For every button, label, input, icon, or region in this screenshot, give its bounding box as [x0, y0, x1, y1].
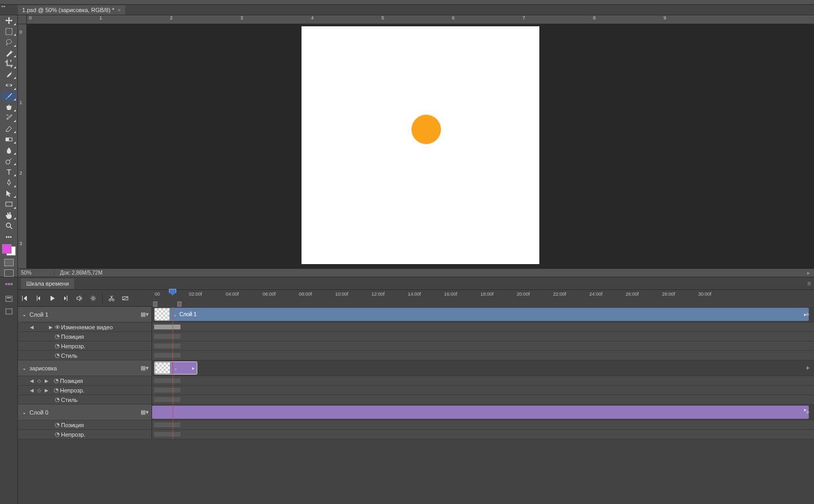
add-media-button[interactable]: +	[806, 408, 810, 416]
timeline-tick: 00	[155, 291, 160, 297]
doc-info[interactable]: Док: 2,86M/5,72M	[55, 270, 803, 276]
brush-tool[interactable]	[2, 92, 16, 102]
quick-mask-mode[interactable]	[4, 259, 14, 266]
move-tool[interactable]	[2, 16, 16, 26]
hand-tool[interactable]	[2, 210, 16, 220]
keyframe-segment[interactable]	[154, 325, 180, 329]
next-keyframe-icon[interactable]: ▶	[47, 324, 54, 330]
track-options-icon[interactable]: ▦▾	[141, 311, 148, 318]
work-area-start[interactable]	[153, 301, 157, 307]
foreground-color[interactable]	[2, 244, 12, 254]
video-clip[interactable]: ⌄▸	[154, 361, 197, 375]
zoom-tool[interactable]	[2, 221, 16, 231]
crop-tool[interactable]	[2, 59, 16, 69]
keyframe-segment[interactable]	[154, 334, 180, 339]
close-icon[interactable]: ×	[117, 7, 120, 13]
lasso-tool[interactable]	[2, 37, 16, 47]
keyframe-segment[interactable]	[154, 422, 180, 427]
keyframe-segment[interactable]	[154, 388, 180, 392]
stopwatch-icon[interactable]: ◔	[54, 342, 61, 350]
pen-tool[interactable]	[2, 178, 16, 188]
track-options-icon[interactable]: ▦▾	[141, 365, 148, 372]
chevron-down-icon[interactable]: ⌄	[22, 311, 26, 317]
path-selection-tool[interactable]	[2, 189, 16, 199]
split-clip-button[interactable]	[105, 292, 118, 305]
gradient-tool[interactable]	[2, 135, 16, 145]
stopwatch-icon[interactable]: ◔	[53, 387, 60, 394]
clone-stamp-tool[interactable]	[2, 102, 16, 112]
stopwatch-icon[interactable]: ◔	[54, 352, 61, 359]
audio-toggle-button[interactable]	[73, 292, 86, 305]
track-header[interactable]: ⌄ Слой 1 ▦▾ ⌄Слой 1▸ +	[18, 307, 814, 322]
go-to-first-frame-button[interactable]	[18, 292, 32, 305]
chevron-down-icon: ⌄	[174, 366, 178, 371]
next-keyframe-icon[interactable]: ▶	[43, 387, 49, 394]
panel-expand-bar[interactable]: ▸▸	[0, 0, 814, 5]
previous-frame-button[interactable]	[32, 292, 45, 305]
healing-brush-tool[interactable]	[2, 80, 16, 90]
zoom-level[interactable]: 50%	[18, 270, 55, 276]
canvas-viewport[interactable]	[27, 24, 814, 268]
add-media-button[interactable]: +	[806, 364, 810, 372]
horizontal-ruler[interactable]: 0 1 2 3 4 5 6 7 8 9	[27, 15, 814, 24]
blur-tool[interactable]	[2, 145, 16, 155]
history-brush-tool[interactable]	[2, 113, 16, 123]
chevron-down-icon[interactable]: ⌄	[22, 365, 26, 371]
next-keyframe-icon[interactable]: ▶	[43, 378, 49, 384]
rectangle-tool[interactable]	[2, 199, 16, 209]
play-button[interactable]	[45, 292, 59, 305]
eyedropper-tool[interactable]	[2, 70, 16, 80]
type-tool[interactable]: T	[2, 167, 16, 177]
playhead[interactable]	[169, 289, 176, 295]
dodge-tool[interactable]	[2, 156, 16, 166]
keyframe-segment[interactable]	[154, 344, 180, 348]
panel-icon[interactable]	[3, 306, 15, 317]
prev-keyframe-icon[interactable]: ◀	[28, 324, 35, 330]
document-tab[interactable]: 1.psd @ 50% (зарисовка, RGB/8) * ×	[18, 5, 125, 15]
ruler-origin[interactable]	[18, 15, 27, 24]
keyframe-segment[interactable]	[154, 397, 180, 402]
keyframe-segment[interactable]	[154, 432, 180, 437]
swatches-panel-icon[interactable]	[3, 280, 15, 292]
playhead-line	[173, 351, 173, 360]
color-swatch[interactable]	[2, 244, 16, 256]
marquee-tool[interactable]	[2, 27, 16, 37]
keyframe-segment[interactable]	[154, 353, 180, 358]
video-clip[interactable]: ▸	[152, 406, 809, 419]
timeline-settings-button[interactable]	[86, 292, 100, 305]
screen-mode[interactable]	[4, 269, 14, 277]
timeline-tab[interactable]: Шкала времени	[21, 278, 74, 289]
add-keyframe-icon[interactable]: ◇	[36, 387, 42, 394]
visibility-icon[interactable]: 👁	[54, 324, 61, 331]
chevron-down-icon[interactable]: ⌄	[22, 409, 26, 415]
more-tools[interactable]: •••	[2, 232, 16, 242]
stopwatch-icon[interactable]: ◔	[54, 333, 61, 340]
keyframe-segment[interactable]	[154, 378, 180, 383]
track-header[interactable]: ⌄ зарисовка ▦▾ ⌄▸ +	[18, 360, 814, 376]
add-keyframe-icon[interactable]: ◇	[36, 378, 42, 384]
clip-menu-icon[interactable]: ▸	[192, 365, 195, 371]
work-area-end[interactable]	[177, 301, 182, 307]
stopwatch-icon[interactable]: ◔	[54, 421, 61, 429]
layers-panel-icon[interactable]	[3, 293, 15, 305]
track-property: ◔Позиция	[18, 332, 814, 341]
stopwatch-icon[interactable]: ◔	[53, 377, 60, 385]
status-menu-icon[interactable]: ▸	[803, 270, 814, 276]
playhead-line	[173, 420, 173, 429]
next-frame-button[interactable]	[59, 292, 73, 305]
stopwatch-icon[interactable]: ◔	[54, 396, 61, 404]
magic-wand-tool[interactable]	[2, 48, 16, 58]
add-media-button[interactable]: +	[806, 310, 810, 318]
timeline-ruler[interactable]: 00 02:00f 04:00f 06:00f 08:00f 10:00f 12…	[152, 290, 814, 307]
video-clip[interactable]: ⌄Слой 1▸	[154, 308, 809, 321]
prev-keyframe-icon[interactable]: ◀	[28, 378, 35, 384]
panel-menu-icon[interactable]: ≡	[807, 280, 811, 287]
track-header[interactable]: ⌄ Слой 0 ▦▾ ▸ +	[18, 405, 814, 420]
track-options-icon[interactable]: ▦▾	[141, 409, 148, 416]
stopwatch-icon[interactable]: ◔	[54, 431, 61, 438]
vertical-ruler[interactable]: 0 1 2 3	[18, 24, 27, 268]
prev-keyframe-icon[interactable]: ◀	[28, 387, 35, 394]
playhead-line	[173, 322, 173, 331]
eraser-tool[interactable]	[2, 124, 16, 134]
transition-button[interactable]	[118, 292, 132, 305]
